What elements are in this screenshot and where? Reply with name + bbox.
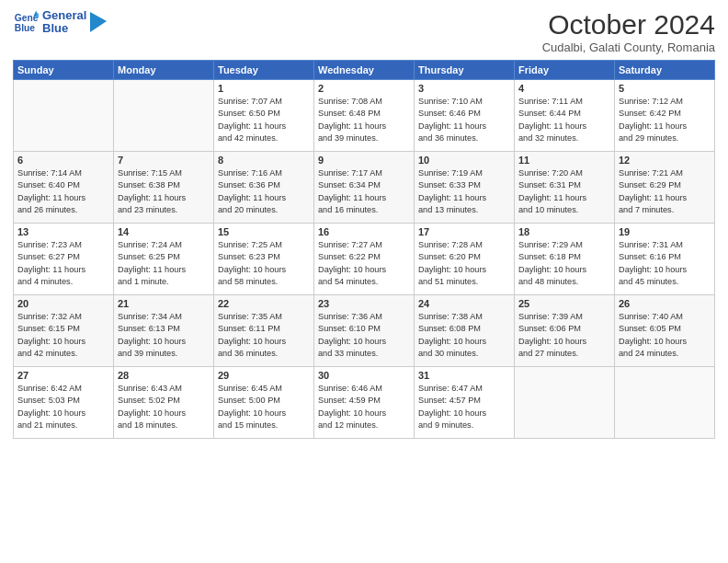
day-info-line: Daylight: 11 hours bbox=[118, 193, 186, 202]
day-info-line: Sunset: 6:06 PM bbox=[518, 324, 581, 333]
day-info: Sunrise: 7:21 AMSunset: 6:29 PMDaylight:… bbox=[619, 167, 711, 216]
day-info-line: Daylight: 10 hours bbox=[17, 337, 85, 346]
day-info-line: Daylight: 11 hours bbox=[518, 193, 586, 202]
day-info-line: Sunset: 6:22 PM bbox=[318, 252, 381, 261]
day-info-line: and 39 minutes. bbox=[118, 349, 177, 358]
week-row-2: 6Sunrise: 7:14 AMSunset: 6:40 PMDaylight… bbox=[14, 152, 715, 224]
day-cell bbox=[515, 367, 615, 439]
day-info-line: Sunrise: 7:40 AM bbox=[619, 312, 683, 321]
week-row-4: 20Sunrise: 7:32 AMSunset: 6:15 PMDayligh… bbox=[14, 295, 715, 367]
day-info-line: Sunset: 6:31 PM bbox=[518, 180, 581, 190]
day-info-line: Sunset: 6:23 PM bbox=[218, 252, 280, 261]
day-info-line: Sunrise: 7:32 AM bbox=[17, 312, 82, 321]
location-subtitle: Cudalbi, Galati County, Romania bbox=[542, 40, 715, 54]
day-number: 6 bbox=[17, 155, 109, 166]
day-cell: 21Sunrise: 7:34 AMSunset: 6:13 PMDayligh… bbox=[114, 295, 214, 367]
day-info: Sunrise: 7:24 AMSunset: 6:25 PMDaylight:… bbox=[118, 239, 210, 288]
day-info-line: and 30 minutes. bbox=[418, 349, 478, 358]
day-info-line: Daylight: 10 hours bbox=[619, 265, 687, 274]
day-info-line: and 33 minutes. bbox=[318, 349, 378, 358]
day-number: 5 bbox=[619, 83, 711, 94]
day-info-line: and 42 minutes. bbox=[17, 349, 77, 358]
day-cell bbox=[114, 80, 214, 152]
day-number: 25 bbox=[518, 298, 610, 309]
day-info-line: Daylight: 11 hours bbox=[418, 121, 486, 131]
day-info-line: and 13 minutes. bbox=[418, 205, 478, 214]
day-number: 2 bbox=[318, 83, 410, 94]
logo-general: General bbox=[42, 9, 86, 22]
day-number: 16 bbox=[318, 226, 410, 237]
day-info-line: Sunset: 6:38 PM bbox=[118, 180, 180, 190]
day-info-line: and 39 minutes. bbox=[318, 133, 378, 143]
day-info-line: Daylight: 10 hours bbox=[518, 337, 586, 346]
day-info: Sunrise: 7:25 AMSunset: 6:23 PMDaylight:… bbox=[218, 239, 310, 288]
day-info-line: and 36 minutes. bbox=[418, 133, 478, 143]
day-info-line: Daylight: 10 hours bbox=[218, 265, 286, 274]
day-info-line: and 15 minutes. bbox=[218, 420, 278, 430]
day-info-line: Sunset: 6:15 PM bbox=[17, 324, 80, 333]
day-info-line: Sunset: 6:42 PM bbox=[619, 109, 681, 118]
day-info-line: and 32 minutes. bbox=[518, 133, 578, 143]
col-tuesday: Tuesday bbox=[214, 61, 314, 80]
day-info-line: Sunrise: 7:21 AM bbox=[619, 168, 683, 178]
day-cell bbox=[14, 80, 114, 152]
day-info: Sunrise: 7:23 AMSunset: 6:27 PMDaylight:… bbox=[17, 239, 109, 288]
calendar-body: 1Sunrise: 7:07 AMSunset: 6:50 PMDaylight… bbox=[14, 80, 715, 439]
day-info-line: and 20 minutes. bbox=[218, 205, 278, 214]
day-info-line: Sunrise: 7:35 AM bbox=[218, 312, 282, 321]
col-friday: Friday bbox=[515, 61, 615, 80]
day-info-line: Daylight: 10 hours bbox=[218, 337, 286, 346]
day-cell: 25Sunrise: 7:39 AMSunset: 6:06 PMDayligh… bbox=[515, 295, 615, 367]
col-saturday: Saturday bbox=[615, 61, 715, 80]
day-info-line: Sunrise: 6:42 AM bbox=[17, 384, 82, 393]
day-info-line: and 27 minutes. bbox=[518, 349, 578, 358]
day-info: Sunrise: 6:45 AMSunset: 5:00 PMDaylight:… bbox=[218, 383, 310, 431]
day-info: Sunrise: 7:17 AMSunset: 6:34 PMDaylight:… bbox=[318, 167, 410, 216]
day-info-line: Sunrise: 7:39 AM bbox=[518, 312, 583, 321]
day-cell: 18Sunrise: 7:29 AMSunset: 6:18 PMDayligh… bbox=[515, 224, 615, 295]
day-cell: 10Sunrise: 7:19 AMSunset: 6:33 PMDayligh… bbox=[415, 152, 515, 224]
day-info-line: Daylight: 11 hours bbox=[218, 121, 286, 131]
day-info-line: Sunset: 6:40 PM bbox=[17, 180, 80, 190]
day-info-line: and 23 minutes. bbox=[118, 205, 177, 214]
day-number: 3 bbox=[418, 83, 510, 94]
day-info-line: Sunrise: 7:38 AM bbox=[418, 312, 483, 321]
day-info-line: Sunset: 4:57 PM bbox=[418, 396, 481, 405]
day-info-line: and 12 minutes. bbox=[318, 420, 378, 430]
day-info-line: Sunrise: 7:28 AM bbox=[418, 240, 483, 249]
day-info: Sunrise: 6:47 AMSunset: 4:57 PMDaylight:… bbox=[418, 383, 510, 431]
day-info-line: Sunrise: 7:08 AM bbox=[318, 97, 382, 106]
day-info-line: and 21 minutes. bbox=[17, 420, 77, 430]
day-info-line: Sunrise: 7:24 AM bbox=[118, 240, 182, 249]
day-info-line: Sunset: 6:05 PM bbox=[619, 324, 681, 333]
day-info-line: Sunrise: 7:34 AM bbox=[118, 312, 182, 321]
day-cell: 17Sunrise: 7:28 AMSunset: 6:20 PMDayligh… bbox=[415, 224, 515, 295]
day-info-line: Daylight: 10 hours bbox=[318, 337, 386, 346]
day-cell: 12Sunrise: 7:21 AMSunset: 6:29 PMDayligh… bbox=[615, 152, 715, 224]
day-info: Sunrise: 7:10 AMSunset: 6:46 PMDaylight:… bbox=[418, 96, 510, 144]
day-info-line: Sunrise: 7:16 AM bbox=[218, 168, 282, 178]
logo-arrow-icon bbox=[90, 12, 107, 32]
day-info: Sunrise: 7:15 AMSunset: 6:38 PMDaylight:… bbox=[118, 167, 210, 216]
day-number: 20 bbox=[17, 298, 109, 309]
day-info-line: and 45 minutes. bbox=[619, 277, 678, 286]
day-info-line: Sunrise: 7:20 AM bbox=[518, 168, 583, 178]
day-info: Sunrise: 7:07 AMSunset: 6:50 PMDaylight:… bbox=[218, 96, 310, 144]
day-number: 29 bbox=[218, 370, 310, 381]
day-info-line: Sunrise: 7:11 AM bbox=[518, 97, 583, 106]
day-number: 19 bbox=[619, 226, 711, 237]
day-info-line: Daylight: 10 hours bbox=[118, 408, 186, 418]
day-info: Sunrise: 7:34 AMSunset: 6:13 PMDaylight:… bbox=[118, 311, 210, 360]
day-cell: 2Sunrise: 7:08 AMSunset: 6:48 PMDaylight… bbox=[314, 80, 415, 152]
day-number: 30 bbox=[318, 370, 410, 381]
day-cell: 23Sunrise: 7:36 AMSunset: 6:10 PMDayligh… bbox=[314, 295, 415, 367]
day-info-line: Daylight: 10 hours bbox=[619, 337, 687, 346]
day-info-line: Sunset: 6:44 PM bbox=[518, 109, 581, 118]
day-info: Sunrise: 7:27 AMSunset: 6:22 PMDaylight:… bbox=[318, 239, 410, 288]
day-info: Sunrise: 7:32 AMSunset: 6:15 PMDaylight:… bbox=[17, 311, 109, 360]
day-info-line: Sunset: 6:11 PM bbox=[218, 324, 280, 333]
day-info-line: and 51 minutes. bbox=[418, 277, 478, 286]
day-info-line: Sunset: 6:29 PM bbox=[619, 180, 681, 190]
day-info: Sunrise: 7:16 AMSunset: 6:36 PMDaylight:… bbox=[218, 167, 310, 216]
day-cell: 14Sunrise: 7:24 AMSunset: 6:25 PMDayligh… bbox=[114, 224, 214, 295]
